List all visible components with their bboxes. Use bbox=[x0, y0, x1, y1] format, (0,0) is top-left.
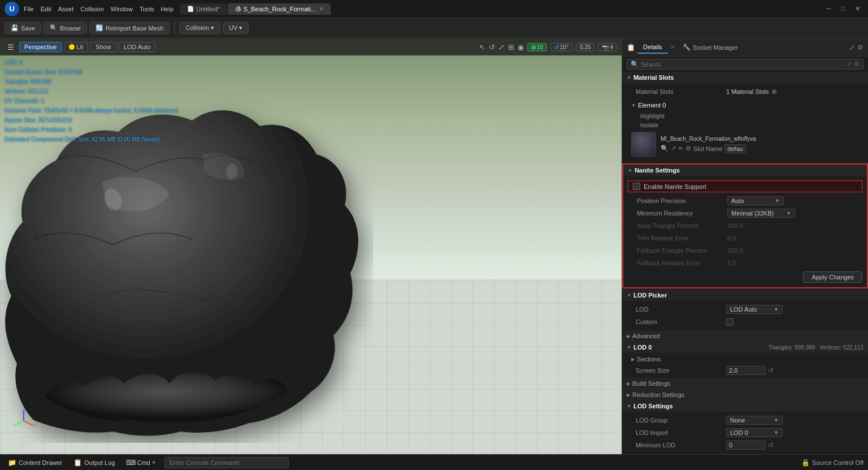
lod-settings-section: ▼ LOD Settings LOD Group None ▼ LOD Impo… bbox=[622, 400, 868, 454]
minimum-lod-reset[interactable]: ↺ bbox=[768, 441, 774, 449]
advanced-header[interactable]: ▶ Advanced bbox=[622, 330, 868, 342]
material-use-icon[interactable]: ↗ bbox=[671, 145, 676, 152]
maximize-btn[interactable]: □ bbox=[837, 4, 848, 14]
enable-nanite-checkbox[interactable] bbox=[633, 183, 640, 190]
source-control-btn[interactable]: 🔒 Source Control Off bbox=[801, 459, 863, 467]
console-input[interactable] bbox=[164, 457, 289, 468]
lod-auto-btn[interactable]: LOD Auto bbox=[119, 42, 156, 52]
svg-line-3 bbox=[15, 421, 24, 425]
material-slots-section: ▼ Material Slots Material Slots 1 Materi… bbox=[622, 72, 868, 162]
lod-picker-section: ▼ LOD Picker LOD LOD Auto ▼ Custom bbox=[622, 290, 868, 330]
show-btn[interactable]: Show bbox=[90, 42, 116, 52]
scale-snap-btn[interactable]: 0.25 bbox=[576, 43, 594, 51]
save-button[interactable]: 💾 Save bbox=[5, 22, 41, 34]
svg-text:Y: Y bbox=[12, 423, 16, 428]
apply-changes-button[interactable]: Apply Changes bbox=[803, 271, 862, 283]
screen-size-input[interactable] bbox=[726, 366, 766, 375]
search-icon: 🔍 bbox=[631, 61, 639, 68]
panel-settings-icon[interactable]: ⚙ bbox=[857, 44, 863, 51]
details-content[interactable]: ▼ Material Slots Material Slots 1 Materi… bbox=[622, 72, 868, 454]
log-icon: 📋 bbox=[73, 459, 82, 467]
lod-settings-header[interactable]: ▼ LOD Settings bbox=[622, 400, 868, 412]
tab-untitled[interactable]: 📄 Untitled* bbox=[180, 3, 227, 15]
lod-import-dropdown[interactable]: LOD 0 ▼ bbox=[726, 428, 783, 437]
menu-collision[interactable]: Collision bbox=[80, 6, 104, 12]
lod-import-row: LOD Import LOD 0 ▼ bbox=[622, 426, 868, 439]
viewport-move-icon: ↖ bbox=[479, 43, 485, 51]
minimum-residency-dropdown[interactable]: Minimal (32KB) ▼ bbox=[727, 209, 795, 218]
viewport-surface-icon: ◉ bbox=[518, 43, 524, 51]
material-slots-row: Material Slots 1 Material Slots ⊕ bbox=[622, 85, 868, 98]
reimport-button[interactable]: 🔄 Reimport Base Mesh bbox=[89, 22, 170, 34]
menu-asset[interactable]: Asset bbox=[58, 6, 74, 12]
viewport-menu-btn[interactable]: ☰ bbox=[5, 42, 17, 53]
lit-btn[interactable]: Lit bbox=[64, 42, 88, 52]
lod-picker-header[interactable]: ▼ LOD Picker bbox=[622, 290, 868, 301]
panel-expand-icon[interactable]: ⤢ bbox=[849, 44, 855, 51]
lod-row: LOD LOD Auto ▼ bbox=[622, 303, 868, 316]
drawer-icon: 📁 bbox=[8, 459, 16, 467]
lod-dropdown[interactable]: LOD Auto ▼ bbox=[726, 305, 783, 314]
trim-relative-row: Trim Relative Error 0.0 bbox=[623, 232, 867, 244]
svg-line-2 bbox=[24, 421, 33, 425]
menu-file[interactable]: File bbox=[24, 6, 34, 12]
tab-details[interactable]: Details bbox=[637, 41, 668, 54]
nanite-settings-header[interactable]: ▼ Nanite Settings bbox=[623, 165, 867, 176]
cmd-icon: ⌨ bbox=[126, 459, 136, 467]
rotation-snap-btn[interactable]: ↺ 10° bbox=[550, 43, 572, 51]
fallback-relative-row: Fallback Relative Error 1.0 bbox=[623, 257, 867, 269]
menu-window[interactable]: Window bbox=[111, 6, 133, 12]
position-precision-dropdown[interactable]: Auto ▼ bbox=[727, 196, 784, 205]
add-material-icon[interactable]: ⊕ bbox=[771, 88, 777, 96]
material-browse-icon[interactable]: 🔍 bbox=[661, 145, 669, 152]
collision-button[interactable]: Collision ▾ bbox=[179, 22, 220, 34]
panel-icon: 📋 bbox=[627, 44, 635, 51]
lod0-header[interactable]: ▼ LOD 0 Triangles: 999,999 Vertices: 522… bbox=[622, 342, 868, 353]
menu-help[interactable]: Help bbox=[161, 6, 174, 12]
content-drawer-btn[interactable]: 📁 Content Drawer bbox=[5, 458, 66, 468]
tab-details-close[interactable]: ✕ bbox=[670, 44, 675, 50]
keep-triangle-row: Keep Triangle Percent 100.0 bbox=[623, 219, 867, 232]
viewport-scale-icon: ⤢ bbox=[498, 43, 505, 51]
output-log-btn[interactable]: 📋 Output Log bbox=[70, 458, 118, 468]
close-btn[interactable]: ✕ bbox=[852, 4, 863, 14]
lod-picker-arrow: ▼ bbox=[627, 293, 631, 298]
tab-socket-manager[interactable]: 🔧 Socket Manager bbox=[677, 41, 744, 53]
cmd-btn[interactable]: ⌨ Cmd ▼ bbox=[123, 458, 159, 468]
material-slots-header[interactable]: ▼ Material Slots bbox=[622, 72, 868, 83]
lod0-arrow: ▼ bbox=[627, 345, 631, 350]
build-settings-arrow: ▶ bbox=[627, 381, 630, 386]
tab-beach-rock[interactable]: 🪨 S_Beach_Rock_Formati... ✕ bbox=[228, 3, 331, 15]
search-settings-icon[interactable]: ⚙ bbox=[854, 61, 860, 68]
material-settings-icon[interactable]: ⚙ bbox=[685, 145, 691, 152]
lod-group-row: LOD Group None ▼ bbox=[622, 414, 868, 426]
lod-group-dropdown[interactable]: None ▼ bbox=[726, 416, 783, 425]
minimum-lod-row: Minimum LOD ↺ bbox=[622, 439, 868, 451]
sections-subsection[interactable]: ▶ Sections bbox=[622, 354, 868, 364]
lit-icon bbox=[69, 44, 75, 50]
menu-tools[interactable]: Tools bbox=[140, 6, 154, 12]
minimum-lod-input[interactable] bbox=[726, 441, 766, 450]
menu-edit[interactable]: Edit bbox=[41, 6, 51, 12]
screen-size-row: Screen Size ↺ bbox=[622, 364, 868, 377]
enable-nanite-row[interactable]: Enable Nanite Support bbox=[628, 180, 862, 192]
camera-speed-btn[interactable]: 📷 4 bbox=[598, 43, 617, 51]
material-edit-icon[interactable]: ✏ bbox=[678, 145, 683, 152]
perspective-btn[interactable]: Perspective bbox=[19, 42, 62, 52]
search-input[interactable] bbox=[641, 61, 844, 68]
element0-section: ▼ Element 0 Highlight Isolate MI_B bbox=[622, 98, 868, 160]
fallback-triangle-row: Fallback Triangle Percent 100.0 bbox=[623, 244, 867, 257]
viewport[interactable]: ☰ Perspective Lit Show LOD Auto ↖ ↺ ⤢ ⊞ … bbox=[0, 38, 622, 454]
material-slots-arrow: ▼ bbox=[627, 75, 631, 80]
tab-close-icon[interactable]: ✕ bbox=[319, 6, 324, 12]
browse-button[interactable]: 🔍 Browse bbox=[44, 22, 87, 34]
uv-button[interactable]: UV ▾ bbox=[223, 22, 249, 34]
minimize-btn[interactable]: ─ bbox=[823, 4, 835, 14]
reduction-settings-header[interactable]: ▶ Reduction Settings bbox=[622, 389, 868, 400]
lod-settings-arrow: ▼ bbox=[627, 404, 631, 409]
grid-size-btn[interactable]: ⊞ 10 bbox=[527, 43, 547, 51]
custom-checkbox[interactable] bbox=[726, 318, 734, 326]
build-settings-header[interactable]: ▶ Build Settings bbox=[622, 378, 868, 389]
search-expand-icon[interactable]: ⤢ bbox=[847, 61, 852, 68]
screen-size-reset[interactable]: ↺ bbox=[768, 366, 774, 374]
